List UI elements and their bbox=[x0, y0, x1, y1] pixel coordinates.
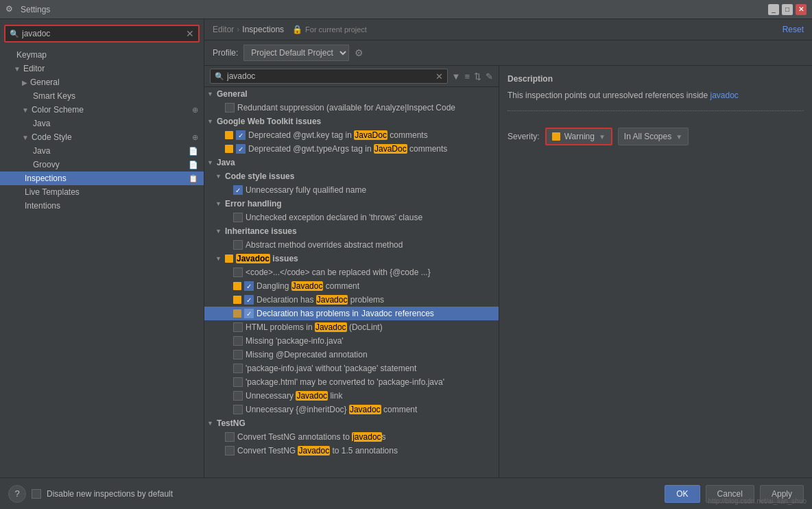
tree-unnecessary-inherit[interactable]: Unnecessary {@inheritDoc} Javadoc commen… bbox=[204, 403, 499, 416]
tree-code-style-issues[interactable]: ▼ Code style issues bbox=[204, 169, 499, 183]
testng-java-highlight: Javadoc bbox=[298, 446, 330, 455]
severity-dropdown[interactable]: Warning ▼ bbox=[545, 128, 612, 145]
unnecessary-inherit-checkbox[interactable] bbox=[233, 405, 243, 414]
disable-label: Disable new inspections by default bbox=[47, 489, 173, 499]
tree-dangling[interactable]: ✓ Dangling Javadoc comment bbox=[204, 279, 499, 293]
general-arrow: ▶ bbox=[22, 79, 27, 86]
filter-edit-icon[interactable]: ✎ bbox=[486, 71, 493, 82]
missing-dep-checkbox[interactable] bbox=[233, 350, 243, 359]
code-style-arrow: ▼ bbox=[22, 134, 29, 141]
tree-java-category[interactable]: ▼ Java bbox=[204, 156, 499, 169]
filter-clear-icon[interactable]: ✕ bbox=[435, 71, 443, 82]
tree-unchecked-exc[interactable]: Unchecked exception declared in 'throws'… bbox=[204, 211, 499, 224]
ok-button[interactable]: OK bbox=[665, 485, 700, 503]
tree-html-problems[interactable]: HTML problems in Javadoc (DocLint) bbox=[204, 320, 499, 334]
tree-deprecated-type[interactable]: ✓ Deprecated @gwt.typeArgs tag in JavaDo… bbox=[204, 142, 499, 156]
decl-ref-checkbox[interactable]: ✓ bbox=[244, 309, 254, 318]
breadcrumb-scope: For current project bbox=[305, 25, 367, 34]
filter-funnel-icon[interactable]: ▼ bbox=[452, 71, 461, 82]
missing-pkg-checkbox[interactable] bbox=[233, 336, 243, 346]
dangling-checkbox[interactable]: ✓ bbox=[244, 281, 254, 291]
decl-problems-severity bbox=[233, 296, 241, 304]
tree-gwt-category[interactable]: ▼ Google Web Toolkit issues bbox=[204, 115, 499, 128]
help-button[interactable]: ? bbox=[8, 485, 26, 503]
disable-checkbox[interactable] bbox=[32, 489, 41, 499]
dep-type-severity bbox=[225, 145, 233, 153]
html-problems-checkbox[interactable] bbox=[233, 322, 243, 332]
sidebar-item-groovy[interactable]: Groovy 📄 bbox=[0, 158, 204, 171]
pkg-no-pkg-checkbox[interactable] bbox=[233, 364, 243, 373]
java-code-file-icon: 📄 bbox=[189, 147, 198, 156]
tree-general-category[interactable]: ▼ General bbox=[204, 87, 499, 101]
sidebar-item-code-style[interactable]: ▼ Code Style ⊕ bbox=[0, 130, 204, 144]
unnecessary-fqn-checkbox[interactable]: ✓ bbox=[233, 185, 243, 195]
sidebar-item-general[interactable]: ▶ General bbox=[0, 75, 204, 89]
testng-convert-checkbox[interactable] bbox=[225, 432, 235, 442]
testng-java-checkbox[interactable] bbox=[225, 446, 235, 455]
tree-missing-dep[interactable]: Missing @Deprecated annotation bbox=[204, 348, 499, 362]
sidebar-item-java-cs[interactable]: Java bbox=[0, 117, 204, 130]
redundant-sup-checkbox[interactable] bbox=[225, 103, 235, 113]
sidebar-item-keymap[interactable]: Keymap bbox=[0, 48, 204, 62]
tree-javadoc-category[interactable]: ▼ Javadoc issues bbox=[204, 252, 499, 265]
severity-dd-arrow-icon: ▼ bbox=[599, 133, 606, 141]
tree-unnecessary-fqn[interactable]: ✓ Unnecessary fully qualified name bbox=[204, 183, 499, 197]
minimize-button[interactable]: _ bbox=[768, 4, 779, 15]
tree-redundant-sup[interactable]: Redundant suppression (available for Ana… bbox=[204, 101, 499, 115]
java-cs-label: Java bbox=[33, 119, 50, 128]
filter-search-box[interactable]: 🔍 ✕ bbox=[210, 69, 448, 84]
reset-link[interactable]: Reset bbox=[783, 25, 804, 34]
tree-inheritance-issues[interactable]: ▼ Inheritance issues bbox=[204, 224, 499, 238]
tree-missing-pkg[interactable]: Missing 'package-info.java' bbox=[204, 334, 499, 348]
unnecessary-link-checkbox[interactable] bbox=[233, 391, 243, 401]
sidebar-item-smart-keys[interactable]: Smart Keys bbox=[0, 89, 204, 103]
redundant-sup-label: Redundant suppression (available for Ana… bbox=[237, 103, 455, 113]
sidebar-search-input[interactable] bbox=[22, 29, 186, 38]
maximize-button[interactable]: □ bbox=[782, 4, 793, 15]
sidebar-item-inspections[interactable]: Inspections 📋 bbox=[0, 171, 204, 185]
decl-problems-checkbox[interactable]: ✓ bbox=[244, 295, 254, 305]
tree-abstract-method[interactable]: Abstract method overrides abstract metho… bbox=[204, 238, 499, 252]
sidebar-search-box[interactable]: 🔍 ✕ bbox=[4, 25, 200, 43]
filter-sort-icon[interactable]: ⇅ bbox=[474, 71, 481, 82]
tree-unnecessary-link[interactable]: Unnecessary Javadoc link bbox=[204, 389, 499, 403]
sidebar-search-clear[interactable]: ✕ bbox=[186, 28, 194, 39]
sidebar-item-intentions[interactable]: Intentions bbox=[0, 199, 204, 213]
dep-type-label: Deprecated @gwt.typeArgs tag in JavaDoc … bbox=[248, 144, 447, 154]
tree-error-handling[interactable]: ▼ Error handling bbox=[204, 197, 499, 211]
tree-testng-convert[interactable]: Convert TestNG annotations to javadocs bbox=[204, 430, 499, 444]
dep-key-checkbox[interactable]: ✓ bbox=[236, 130, 246, 140]
tree-deprecated-key[interactable]: ✓ Deprecated @gwt.key tag in JavaDoc com… bbox=[204, 128, 499, 142]
javadoc-cat-severity bbox=[225, 254, 233, 263]
sidebar-item-java-code[interactable]: Java 📄 bbox=[0, 144, 204, 158]
close-button[interactable]: ✕ bbox=[796, 4, 807, 15]
dep-type-checkbox[interactable]: ✓ bbox=[236, 144, 246, 154]
tree-decl-ref-problems[interactable]: ✓ Declaration has problems in Javadoc re… bbox=[204, 307, 499, 320]
filter-list-icon[interactable]: ≡ bbox=[464, 71, 470, 82]
tree-testng-java[interactable]: Convert TestNG Javadoc to 1.5 annotation… bbox=[204, 444, 499, 458]
sidebar-item-live-templates[interactable]: Live Templates bbox=[0, 185, 204, 199]
scope-dropdown[interactable]: In All Scopes ▼ bbox=[618, 128, 689, 145]
pkg-html-checkbox[interactable] bbox=[233, 377, 243, 387]
javadoc-cat-label: Javadoc issues bbox=[236, 254, 298, 263]
abstract-checkbox[interactable] bbox=[233, 240, 243, 250]
unnecessary-fqn-label: Unnecessary fully qualified name bbox=[246, 185, 366, 195]
java-code-label: Java bbox=[33, 146, 50, 156]
tree-code-replace[interactable]: <code>...</code> can be replaced with {@… bbox=[204, 265, 499, 279]
tree-testng-category[interactable]: ▼ TestNG bbox=[204, 416, 499, 430]
tree-pkg-no-pkg[interactable]: 'package-info.java' without 'package' st… bbox=[204, 362, 499, 375]
pkg-html-label: 'package.html' may be converted to 'pack… bbox=[246, 377, 444, 387]
gwt-cat-arrow: ▼ bbox=[207, 118, 214, 125]
tree-decl-problems[interactable]: ✓ Declaration has Javadoc problems bbox=[204, 293, 499, 307]
unchecked-exc-checkbox[interactable] bbox=[233, 213, 243, 222]
profile-select[interactable]: Project Default Project bbox=[243, 45, 349, 61]
profile-gear-icon[interactable]: ⚙ bbox=[355, 47, 363, 58]
decl-problems-label: Declaration has Javadoc problems bbox=[256, 295, 384, 305]
code-replace-checkbox[interactable] bbox=[233, 268, 243, 277]
general-cat-arrow: ▼ bbox=[207, 91, 214, 97]
sidebar-item-color-scheme[interactable]: ▼ Color Scheme ⊕ bbox=[0, 103, 204, 117]
error-handling-arrow: ▼ bbox=[215, 200, 222, 207]
filter-search-input[interactable] bbox=[227, 71, 435, 81]
sidebar-item-editor[interactable]: ▼ Editor bbox=[0, 62, 204, 75]
tree-pkg-html[interactable]: 'package.html' may be converted to 'pack… bbox=[204, 375, 499, 389]
